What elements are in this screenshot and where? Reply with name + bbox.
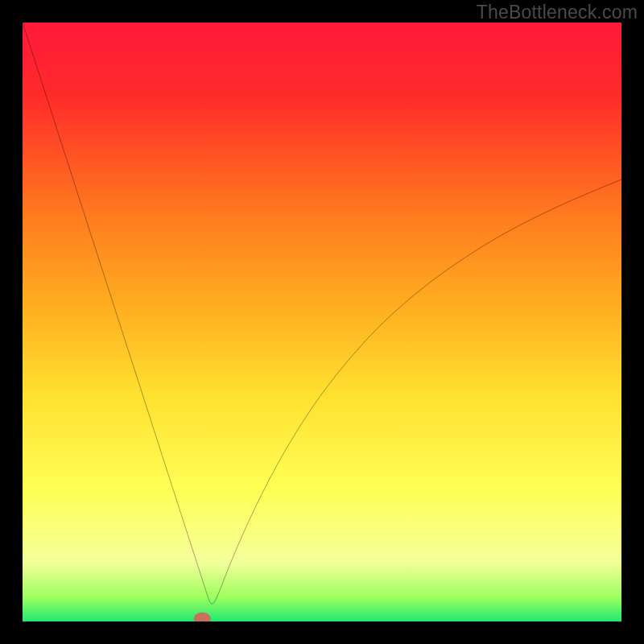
plot-area <box>23 23 621 621</box>
gradient-background <box>23 23 621 621</box>
chart-frame: TheBottleneck.com <box>0 0 644 644</box>
plot-svg <box>23 23 621 621</box>
watermark-text: TheBottleneck.com <box>477 2 638 23</box>
